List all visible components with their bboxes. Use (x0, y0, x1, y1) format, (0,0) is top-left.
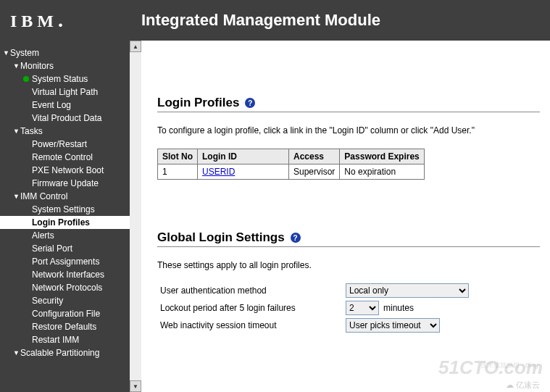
nav-network-protocols[interactable]: Network Protocols (0, 281, 130, 294)
lockout-label: Lockout period after 5 login failures (157, 303, 346, 313)
nav-firmware-update[interactable]: Firmware Update (0, 177, 130, 190)
help-icon[interactable]: ? (245, 98, 255, 108)
lockout-select[interactable]: 2 (346, 301, 379, 315)
nav-system-settings[interactable]: System Settings (0, 203, 130, 216)
nav-network-interfaces[interactable]: Network Interfaces (0, 268, 130, 281)
cell-expires: No expiration (340, 164, 424, 180)
nav-port-assignments[interactable]: Port Assignments (0, 255, 130, 268)
col-login: Login ID (198, 149, 289, 164)
nav-vital-product-data[interactable]: Vital Product Data (0, 112, 130, 125)
nav-alerts[interactable]: Alerts (0, 229, 130, 242)
nav-pxe-network-boot[interactable]: PXE Network Boot (0, 164, 130, 177)
scroll-down-icon[interactable]: ▼ (130, 380, 141, 392)
scroll-up-icon[interactable]: ▲ (130, 41, 141, 52)
nav-event-log[interactable]: Event Log (0, 99, 130, 112)
nav-power-restart[interactable]: Power/Restart (0, 138, 130, 151)
nav-monitors[interactable]: ▼Monitors (0, 59, 130, 72)
watermark-blog: 技术成就梦想 · Blog (480, 361, 538, 370)
nav-restore-defaults[interactable]: Restore Defaults (0, 320, 130, 333)
col-access: Access (289, 149, 340, 164)
login-id-link[interactable]: USERID (202, 167, 235, 177)
main-content: Login Profiles ? To configure a login pr… (141, 41, 550, 392)
nav-restart-imm[interactable]: Restart IMM (0, 333, 130, 346)
global-settings-header: Global Login Settings ? (157, 230, 540, 247)
global-settings-description: These settings apply to all login profil… (157, 260, 540, 270)
nav-configuration-file[interactable]: Configuration File (0, 307, 130, 320)
watermark-yisu: ☁ 亿速云 (506, 380, 540, 391)
global-settings-heading: Global Login Settings (157, 230, 285, 245)
sidebar-scrollbar[interactable]: ▲ ▼ (130, 41, 141, 392)
nav-remote-control[interactable]: Remote Control (0, 151, 130, 164)
ibm-logo: IBM. (10, 9, 62, 32)
web-timeout-label: Web inactivity session timeout (157, 320, 346, 330)
nav-tasks[interactable]: ▼Tasks (0, 125, 130, 138)
help-icon[interactable]: ? (291, 233, 301, 243)
cell-access: Supervisor (289, 164, 340, 180)
login-profiles-table: Slot No Login ID Access Password Expires… (157, 149, 425, 180)
col-slot: Slot No (158, 149, 198, 164)
table-header-row: Slot No Login ID Access Password Expires (158, 149, 425, 164)
table-row: 1 USERID Supervisor No expiration (158, 164, 425, 180)
status-dot-icon (23, 76, 29, 82)
nav-security[interactable]: Security (0, 294, 130, 307)
nav-scalable-partitioning[interactable]: ▼Scalable Partitioning (0, 346, 130, 359)
nav-virtual-light-path[interactable]: Virtual Light Path (0, 86, 130, 99)
login-profiles-header: Login Profiles ? (157, 96, 540, 112)
nav-system-status[interactable]: System Status (0, 72, 130, 86)
page-title: Integrated Management Module (141, 11, 380, 30)
col-expires: Password Expires (340, 149, 424, 164)
auth-method-label: User authentication method (157, 285, 346, 296)
auth-method-select[interactable]: Local only (346, 283, 469, 298)
scroll-track[interactable] (130, 52, 141, 380)
nav-imm-control[interactable]: ▼IMM Control (0, 190, 130, 203)
login-profiles-heading: Login Profiles (157, 96, 239, 110)
nav-login-profiles[interactable]: Login Profiles (0, 216, 130, 229)
header-bar: IBM. Integrated Management Module (0, 0, 550, 41)
cell-slot: 1 (158, 164, 198, 180)
nav-serial-port[interactable]: Serial Port (0, 242, 130, 255)
navigation-sidebar: ▼System ▼Monitors System Status Virtual … (0, 41, 130, 392)
nav-system[interactable]: ▼System (0, 46, 130, 59)
web-timeout-select[interactable]: User picks timeout (346, 318, 440, 333)
login-profiles-description: To configure a login profile, click a li… (157, 125, 540, 135)
lockout-unit: minutes (383, 303, 414, 313)
